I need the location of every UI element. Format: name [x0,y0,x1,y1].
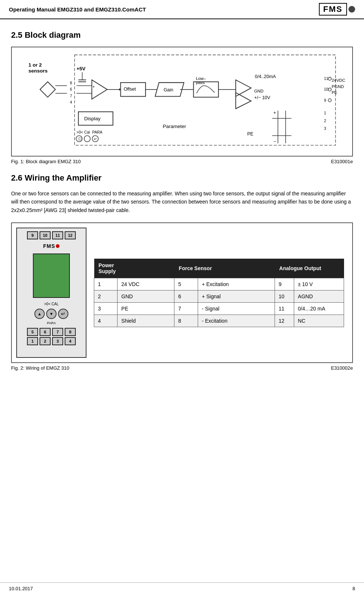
analogue-num-1: 9 [275,278,294,290]
svg-text:9: 9 [324,98,326,103]
fig2-caption-left: Fig. 2: Wiring of EMGZ 310 [11,365,69,371]
pin-11: 11 [52,231,63,239]
analogue-val-2: AGND [294,290,344,302]
svg-text:−: − [273,139,276,144]
pin-7: 7 [52,328,63,336]
svg-text:Low–: Low– [196,76,206,81]
svg-text:11: 11 [324,77,329,81]
up-button[interactable]: ▲ [34,309,45,319]
table-row: 1 24 VDC 5 + Excitation 9 ± 10 V [94,278,344,290]
svg-text:Display: Display [84,116,101,121]
fms-logo-circle [348,6,355,13]
svg-point-42 [328,99,331,102]
svg-text:PE: PE [247,131,254,137]
fig1-caption-right: E310001e [331,159,353,164]
svg-text:1: 1 [324,111,326,115]
pin-9: 9 [27,231,38,239]
svg-text:10: 10 [324,87,329,91]
force-num-4: 8 [174,315,198,327]
force-val-1: + Excitation [198,278,275,290]
block-diagram-svg: 1 or 2 sensors +5V 8 6 7 4 + [16,51,348,151]
svg-point-40 [328,77,331,80]
svg-text:Gain: Gain [164,87,173,93]
svg-marker-3 [40,82,55,97]
svg-text:GND: GND [254,89,263,93]
device-display [33,253,70,298]
power-num-3: 3 [94,302,118,315]
analogue-num-4: 12 [275,315,294,327]
svg-text:+: + [93,85,95,89]
fms-logo: FMS [319,3,355,16]
pin-8: 8 [65,328,76,336]
page-content: 2.5 Block diagram 1 or 2 sensors +5V 8 6… [0,19,364,387]
table-row: 3 PE 7 - Signal 11 0/4…20 mA [94,302,344,315]
svg-text:0/4..20mA: 0/4..20mA [255,74,276,79]
svg-text:6: 6 [70,87,72,91]
svg-text:pass: pass [196,80,205,85]
fig1-caption: Fig. 1: Block diagram EMGZ 310 E310001e [11,159,353,164]
wiring-figure: 9 10 11 12 FMS >0< CAL ▲ ▼ ↵ PA [11,222,353,363]
device-panel: 9 10 11 12 FMS >0< CAL ▲ ▼ ↵ PA [16,228,86,358]
fms-logo-text: FMS [319,3,347,16]
svg-text:Offset: Offset [124,87,136,92]
force-val-2: + Signal [198,290,275,302]
pin-2: 2 [40,337,51,345]
svg-text:4: 4 [70,100,72,104]
zero-cal-text: >0< CAL [44,302,58,306]
svg-text:1 or 2: 1 or 2 [28,62,42,68]
analogue-val-3: 0/4…20 mA [294,302,344,315]
pin-1: 1 [27,337,38,345]
connector-top: 9 10 11 12 [27,231,76,239]
power-val-4: Shield [118,315,174,327]
svg-text:Cal: Cal [84,130,90,134]
svg-text:24VDC: 24VDC [332,78,346,83]
pin-10: 10 [40,231,51,239]
power-num-1: 1 [94,278,118,290]
svg-text:3: 3 [324,127,326,131]
section-25-title: 2.5 Block diagram [11,30,353,40]
page-header: Operating Manual EMGZ310 and EMGZ310.Com… [0,0,364,19]
force-val-3: - Signal [198,302,275,315]
para-label: PARA [47,321,56,325]
force-num-3: 7 [174,302,198,315]
nav-arrows: ▲ ▼ ↵ [34,309,68,319]
svg-text:Parameter: Parameter [163,124,187,129]
fig2-caption-right: E310002e [331,365,353,371]
down-button[interactable]: ▼ [46,309,57,319]
section-26-title: 2.6 Wiring the Amplifier [11,173,353,183]
connector-row-top: 5 6 7 8 [27,328,76,336]
svg-text:+/− 10V: +/− 10V [254,95,271,100]
force-num-1: 5 [174,278,198,290]
block-diagram-figure: 1 or 2 sensors +5V 8 6 7 4 + [11,47,353,157]
analogue-num-2: 10 [275,290,294,302]
power-num-2: 2 [94,290,118,302]
enter-button[interactable]: ↵ [58,309,68,319]
pin-6: 6 [40,328,51,336]
svg-text:+5V: +5V [76,66,85,71]
wiring-table: PowerSupply Force Sensor Analogue Output… [94,259,344,327]
svg-text:+: + [273,110,276,115]
pin-3: 3 [52,337,63,345]
svg-text:sensors: sensors [28,68,48,74]
svg-marker-14 [92,80,107,99]
power-val-2: GND [118,290,174,302]
fig1-caption-left: Fig. 1: Block diagram EMGZ 310 [11,159,81,164]
device-zero-cal-label: >0< CAL [19,302,84,306]
svg-text:PGND: PGND [332,84,344,89]
col-header-power: PowerSupply [94,259,174,278]
section-26-body: One or two force sensors can be connecte… [11,189,353,214]
svg-text:PE: PE [332,90,338,95]
analogue-val-1: ± 10 V [294,278,344,290]
pin-12: 12 [65,231,76,239]
force-val-4: - Excitation [198,315,275,327]
table-row: 2 GND 6 + Signal 10 AGND [94,290,344,302]
svg-text:PARA: PARA [92,130,103,134]
fig2-caption: Fig. 2: Wiring of EMGZ 310 E310002e [11,365,353,371]
svg-text:↵: ↵ [94,137,97,141]
connector-row-bottom: 1 2 3 4 [27,337,76,345]
svg-text:7: 7 [70,94,72,98]
force-num-2: 6 [174,290,198,302]
pin-5: 5 [27,328,38,336]
power-val-1: 24 VDC [118,278,174,290]
col-header-force: Force Sensor [174,259,275,278]
